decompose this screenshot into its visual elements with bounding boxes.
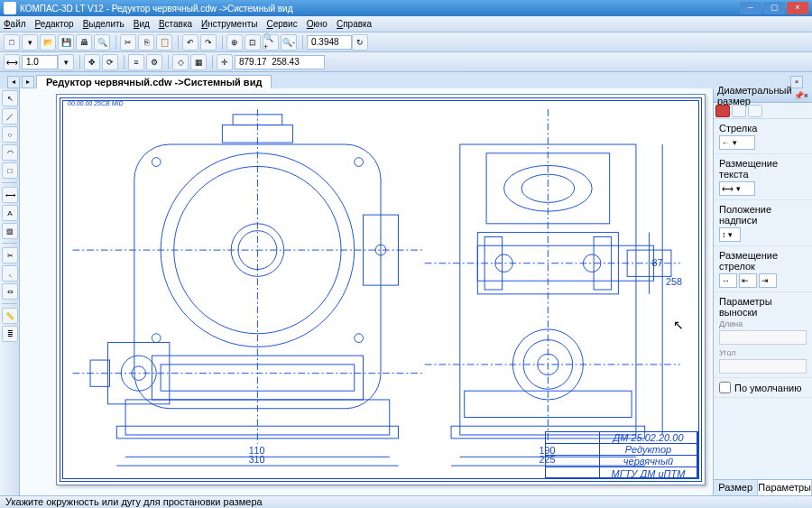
close-button[interactable]: × — [787, 2, 808, 14]
new-button[interactable]: □ — [4, 34, 20, 51]
status-text: Укажите окружность или дугу для простано… — [5, 496, 263, 507]
arc-tool[interactable]: ◠ — [2, 144, 18, 161]
dim-tool1[interactable]: ⟷ — [4, 54, 20, 70]
line-tool[interactable]: ／ — [2, 108, 18, 125]
help-button[interactable] — [748, 105, 762, 117]
menu-file[interactable]: Файл — [4, 19, 26, 29]
arrow-style-dropdown[interactable]: ← ▾ — [719, 135, 755, 150]
panel-title: Диаметральный размер 📌 × — [714, 88, 812, 103]
label-angle: Угол — [719, 348, 807, 357]
print-button[interactable]: 🖶 — [76, 34, 92, 51]
default-checkbox[interactable] — [719, 382, 731, 393]
separator — [124, 55, 125, 69]
menu-service[interactable]: Сервис — [266, 19, 297, 29]
cut-button[interactable]: ✂ — [120, 34, 136, 51]
tab-next[interactable]: ▸ — [22, 76, 34, 88]
paste-button[interactable]: 📋 — [156, 34, 172, 51]
separator — [212, 55, 213, 69]
zoom-fit-button[interactable]: ⊡ — [245, 34, 261, 51]
scale-dropdown[interactable]: ▾ — [58, 54, 74, 70]
coords-field[interactable] — [235, 55, 325, 69]
section-leader: Параметры выноски Длина Угол — [714, 292, 812, 378]
document-tab-label: Редуктор червячный.cdw ->Системный вид — [46, 77, 262, 88]
arrowplace-2[interactable]: ⇤ — [739, 273, 757, 288]
svg-point-20 — [355, 334, 364, 343]
svg-point-18 — [355, 158, 364, 167]
separator — [178, 35, 179, 50]
mirror-tool[interactable]: ⇔ — [2, 283, 18, 300]
menu-edit[interactable]: Редактор — [35, 19, 74, 29]
label-textplace: Размещение текста — [719, 158, 807, 180]
separator — [2, 243, 17, 244]
section-default: По умолчанию — [714, 378, 812, 398]
tab-prev[interactable]: ◂ — [7, 76, 20, 88]
drawing-name1: Редуктор — [600, 444, 697, 455]
minimize-button[interactable]: – — [740, 2, 761, 14]
arrowplace-1[interactable]: ↔ — [719, 273, 737, 288]
zoom-out-button[interactable]: 🔍- — [281, 34, 297, 51]
length-input[interactable] — [719, 330, 807, 345]
zoom-window-button[interactable]: ⊕ — [226, 34, 243, 51]
circle-tool[interactable]: ○ — [2, 126, 18, 143]
new-dropdown[interactable]: ▾ — [22, 34, 38, 51]
menu-view[interactable]: Вид — [134, 19, 150, 29]
zoom-in-button[interactable]: 🔍+ — [263, 34, 279, 51]
pointer-tool[interactable]: ↖ — [2, 90, 18, 106]
hatch-tool[interactable]: ▨ — [2, 223, 18, 239]
separator — [222, 35, 223, 50]
undo-button[interactable]: ↶ — [182, 34, 198, 51]
separator — [2, 303, 17, 304]
props-button[interactable]: ⚙ — [146, 54, 162, 70]
save-button[interactable]: 💾 — [58, 34, 74, 51]
rect-tool[interactable]: □ — [2, 162, 18, 179]
rotate-button[interactable]: ⟳ — [102, 54, 118, 70]
labelpos-dropdown[interactable]: ↕ ▾ — [719, 227, 741, 242]
open-button[interactable]: 📂 — [40, 34, 56, 51]
svg-text:258: 258 — [666, 276, 682, 287]
redo-button[interactable]: ↷ — [200, 34, 217, 51]
refresh-button[interactable]: ↻ — [352, 34, 368, 51]
pin-icon[interactable]: 📌 — [794, 91, 804, 100]
dimension-tool[interactable]: ⟷ — [2, 187, 18, 203]
separator — [79, 55, 80, 69]
menu-help[interactable]: Справка — [337, 19, 372, 29]
label-labelpos: Положение надписи — [719, 204, 807, 226]
panel-close-icon[interactable]: × — [804, 91, 808, 100]
layers-tool[interactable]: ≣ — [2, 326, 18, 342]
preview-button[interactable]: 🔍 — [94, 34, 110, 51]
text-tool[interactable]: A — [2, 205, 18, 221]
section-arrow: Стрелка ← ▾ — [714, 119, 812, 154]
title-block: ДМ 25.02.20.00 Редуктор червячный МГТУ Д… — [545, 431, 698, 478]
apply-button[interactable] — [715, 105, 730, 117]
toolbar-view: ⟷ ▾ ✥ ⟳ ≡ ⚙ ◇ ▦ ✛ — [0, 52, 812, 72]
fillet-tool[interactable]: ◟ — [2, 265, 18, 282]
menu-insert[interactable]: Вставка — [159, 19, 192, 29]
document-tab[interactable]: Редуктор червячный.cdw ->Системный вид — [36, 75, 272, 88]
separator — [168, 55, 169, 69]
copy-button[interactable]: ⎘ — [138, 34, 154, 51]
drawing-org: МГТУ ДМ иПТМ — [600, 467, 697, 479]
pan-button[interactable]: ✥ — [84, 54, 100, 70]
maximize-button[interactable]: ▢ — [763, 2, 785, 14]
tab-parameters[interactable]: Параметры — [758, 480, 812, 495]
label-arrowplace: Размещение стрелок — [719, 250, 807, 272]
statusbar: Укажите окружность или дугу для простано… — [0, 495, 812, 508]
cancel-button[interactable] — [732, 105, 746, 117]
arrowplace-3[interactable]: ⇥ — [759, 273, 777, 288]
menubar: Файл Редактор Выделить Вид Вставка Инстр… — [0, 16, 812, 32]
separator — [302, 35, 303, 50]
drawing-canvas[interactable]: 00.00.00 25СВ МID — [20, 88, 713, 495]
menu-window[interactable]: Окно — [307, 19, 328, 29]
menu-select[interactable]: Выделить — [83, 19, 125, 29]
scale-field[interactable] — [22, 55, 58, 69]
menu-tools[interactable]: Инструменты — [201, 19, 257, 29]
snap-button[interactable]: ◇ — [172, 54, 189, 70]
angle-input[interactable] — [719, 359, 807, 374]
textplace-dropdown[interactable]: ⟷ ▾ — [719, 181, 755, 196]
trim-tool[interactable]: ✂ — [2, 247, 18, 263]
layer-button[interactable]: ≡ — [128, 54, 144, 70]
measure-tool[interactable]: 📏 — [2, 308, 18, 324]
zoom-field[interactable] — [307, 35, 352, 50]
tab-dimension[interactable]: Размер — [714, 480, 758, 495]
grid-button[interactable]: ▦ — [190, 54, 207, 70]
